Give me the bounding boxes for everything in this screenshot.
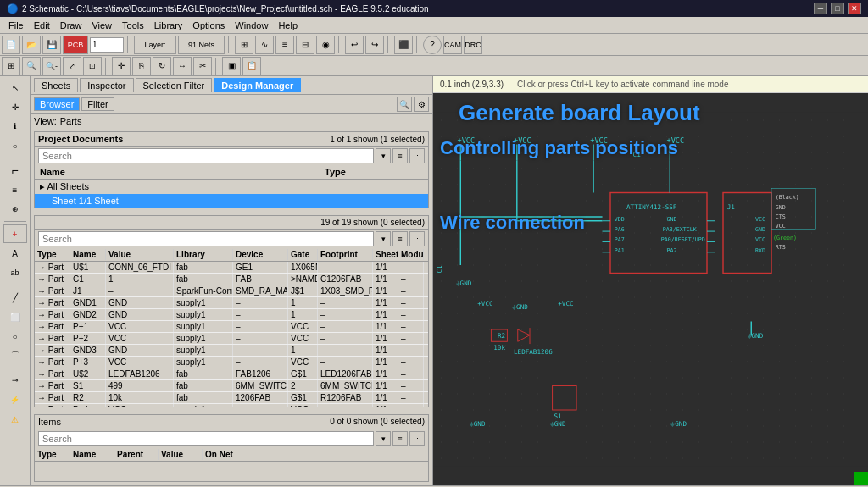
parts-table-row[interactable]: → PartU$1CONN_06_FTDI-SMD-HEADERfabGE11X… <box>35 262 428 274</box>
parts-more-options[interactable]: ⋯ <box>409 231 425 246</box>
drc-btn[interactable]: DRC <box>464 36 482 54</box>
text-tool[interactable]: A <box>3 244 27 263</box>
parts-table-row[interactable]: → PartP+1VCCsupply1–VCC–1/1– <box>35 321 428 333</box>
parts-table-row[interactable]: → PartU$2LEDFAB1206fabFAB1206G$1LED1206F… <box>35 368 428 380</box>
help-btn[interactable]: ? <box>423 36 442 54</box>
rotate-btn[interactable]: ↻ <box>153 57 171 75</box>
copy-btn[interactable]: ⎘ <box>132 57 151 75</box>
arc-tool[interactable]: ⌒ <box>3 346 27 365</box>
sub-tab-browser[interactable]: Browser <box>34 97 80 111</box>
save-button[interactable]: 💾 <box>42 36 61 54</box>
menu-window[interactable]: Window <box>230 19 273 32</box>
panel-filter-btn[interactable]: ⚙ <box>414 97 429 112</box>
tab-selection-filter[interactable]: Selection Filter <box>136 78 213 92</box>
items-list-options[interactable]: ≡ <box>392 431 408 446</box>
paste-btn[interactable]: 📋 <box>242 57 261 75</box>
label-tool[interactable]: ab <box>3 263 27 282</box>
sub-tab-filter[interactable]: Filter <box>81 97 114 111</box>
bus-tool[interactable]: ≡ <box>3 180 27 199</box>
docs-search-input[interactable] <box>38 148 374 163</box>
maximize-button[interactable]: □ <box>831 3 844 14</box>
minimize-button[interactable]: ─ <box>814 3 827 14</box>
parts-search-options[interactable]: ▾ <box>376 231 391 246</box>
zoom-out-btn[interactable]: 🔍- <box>42 57 61 75</box>
schematic-view: 0.1 inch (2.9,3.3) Click or press Ctrl+L… <box>433 76 868 485</box>
menu-options[interactable]: Options <box>187 19 230 32</box>
parts-table-row[interactable]: → PartP+2VCCsupply1–VCC–1/1– <box>35 333 428 345</box>
parts-table-row[interactable]: → PartGND3GNDsupply1–1–1/1– <box>35 345 428 357</box>
node-tool[interactable]: ○ <box>3 136 27 155</box>
menu-draw[interactable]: Draw <box>55 19 87 32</box>
col-footprint: Footprint <box>318 249 373 260</box>
tab-sheets[interactable]: Sheets <box>34 78 78 92</box>
menu-edit[interactable]: Edit <box>29 19 55 32</box>
parts-list-options[interactable]: ≡ <box>392 231 408 246</box>
zoom-in-btn[interactable]: 🔍 <box>22 57 41 75</box>
rect-tool[interactable]: ⬜ <box>3 307 27 326</box>
delete-btn[interactable]: ✂ <box>193 57 212 75</box>
zoom-input[interactable] <box>90 37 124 53</box>
docs-list-options[interactable]: ≡ <box>392 148 408 163</box>
zoom-all-btn[interactable]: ⊡ <box>83 57 102 75</box>
close-button[interactable]: ✕ <box>848 3 861 14</box>
parts-table-row[interactable]: → PartGND2GNDsupply1–1–1/1– <box>35 309 428 321</box>
parts-table-row[interactable]: → PartC11fabFAB>NAMEC1206FAB1/1– <box>35 274 428 285</box>
smash-tool[interactable]: ⚡ <box>3 390 27 409</box>
project-docs-title: Project Documents <box>38 134 330 144</box>
net-btn[interactable]: ≡ <box>275 36 294 54</box>
select-tool[interactable]: ↖ <box>3 78 27 97</box>
layer-btn[interactable]: Layer: <box>134 36 176 54</box>
generate-board-button[interactable]: PCB <box>63 36 88 54</box>
line-tool[interactable]: ╱ <box>3 288 27 307</box>
menu-file[interactable]: File <box>3 19 29 32</box>
parts-table-row[interactable]: → PartP+3VCCsupply1–VCC–1/1– <box>35 357 428 368</box>
panel-search-btn[interactable]: 🔍 <box>397 97 412 112</box>
cam-btn[interactable]: CAM <box>443 36 462 54</box>
svg-text:C1: C1 <box>436 265 443 274</box>
junction-btn[interactable]: ◉ <box>316 36 335 54</box>
menu-help[interactable]: Help <box>273 19 303 32</box>
docs-table-body: ▸ All Sheets Sheet 1/1 Sheet <box>35 180 428 208</box>
new-button[interactable]: 📄 <box>2 36 20 54</box>
parts-search-input[interactable] <box>38 231 374 246</box>
menu-tools[interactable]: Tools <box>117 19 149 32</box>
draw-tool[interactable]: ✛ <box>3 97 27 116</box>
pin-tool[interactable]: ⊸ <box>3 371 27 390</box>
table-row[interactable]: Sheet 1/1 Sheet <box>35 194 428 208</box>
parts-section-count: 19 of 19 shown (0 selected) <box>320 218 425 227</box>
items-search-input[interactable] <box>38 431 374 446</box>
wire-tool[interactable]: ⌐ <box>3 161 27 180</box>
redo-btn[interactable]: ↪ <box>365 36 384 54</box>
docs-more-options[interactable]: ⋯ <box>409 148 425 163</box>
add-tool[interactable]: + <box>3 224 27 243</box>
docs-search-options[interactable]: ▾ <box>376 148 391 163</box>
parts-table-row[interactable]: → PartS1499fab6MM_SWITCH26MM_SWITCH1/1– <box>35 380 428 392</box>
move-btn[interactable]: ✛ <box>112 57 131 75</box>
undo-btn[interactable]: ↩ <box>345 36 364 54</box>
items-more-options[interactable]: ⋯ <box>409 431 425 446</box>
menu-view[interactable]: View <box>86 19 117 32</box>
table-row[interactable]: ▸ All Sheets <box>35 180 428 194</box>
stop-btn[interactable]: ⬛ <box>394 36 413 54</box>
grid-btn[interactable]: ⊞ <box>2 57 20 75</box>
tab-design-manager[interactable]: Design Manager <box>214 78 301 92</box>
tab-inspector[interactable]: Inspector <box>80 78 133 92</box>
open-button[interactable]: 📂 <box>22 36 41 54</box>
parts-table-row[interactable]: → PartR210kfab1206FABG$1R1206FAB1/1– <box>35 392 428 404</box>
mirror-btn[interactable]: ↔ <box>173 57 192 75</box>
svg-text:10k: 10k <box>493 344 505 351</box>
group-btn[interactable]: ▣ <box>222 57 241 75</box>
bus-btn[interactable]: ⊟ <box>296 36 314 54</box>
circle-tool[interactable]: ○ <box>3 327 27 346</box>
parts-table-row[interactable]: → PartJ1–SparkFun-ConnectorsSMD_RA_MALEJ… <box>35 285 428 297</box>
wire-btn[interactable]: ∿ <box>255 36 274 54</box>
parts-icon[interactable]: ⊞ <box>235 36 253 54</box>
net-tool[interactable]: ⊕ <box>3 200 27 219</box>
menu-library[interactable]: Library <box>149 19 188 32</box>
zoom-fit-btn[interactable]: ⤢ <box>63 57 81 75</box>
info-tool[interactable]: ℹ <box>3 117 27 136</box>
nets-btn[interactable]: 91 Nets <box>178 36 225 54</box>
parts-table-row[interactable]: → PartGND1GNDsupply1–1–1/1– <box>35 297 428 309</box>
items-search-options[interactable]: ▾ <box>376 431 391 446</box>
parts-table-row[interactable]: → PartP+4VCCsupply1–VCC–1/1– <box>35 404 428 407</box>
